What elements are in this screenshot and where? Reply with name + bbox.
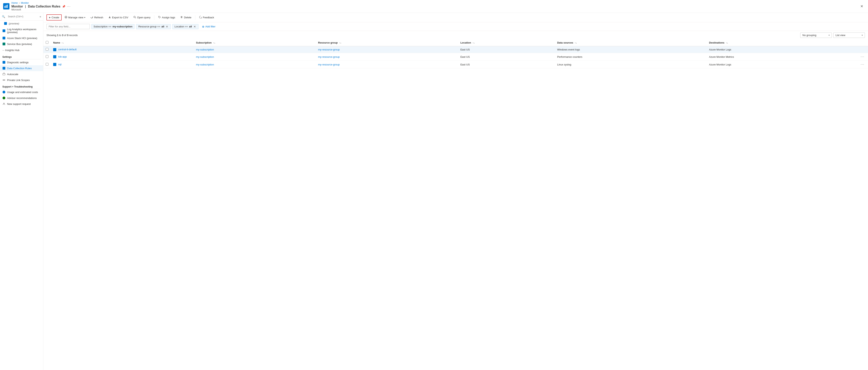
subscription-header-label: Subscription: [196, 41, 212, 44]
row-more-button[interactable]: ···: [860, 62, 866, 67]
table-row: sql my-subscription my-resource-group Ea…: [43, 61, 868, 68]
filter-input[interactable]: [46, 24, 90, 29]
row-checkbox-2[interactable]: [46, 63, 49, 66]
settings-section-title: Settings: [0, 53, 43, 59]
sidebar-item-log-analytics[interactable]: Log Analytics workspaces (preview): [0, 26, 43, 35]
row-more-button[interactable]: ···: [860, 55, 866, 59]
grouping-dropdown[interactable]: No grouping ▾: [800, 32, 832, 38]
resource-group-filter-close[interactable]: ✕: [165, 25, 168, 28]
row-name-link[interactable]: sql: [58, 63, 62, 66]
manage-view-chevron-icon: ▾: [84, 17, 85, 19]
row-destinations-cell: Azure Monitor Metrics: [707, 53, 857, 61]
content-area: + Create Manage view ▾ Refresh: [43, 13, 868, 370]
row-name-link[interactable]: lob-app: [58, 55, 67, 58]
sidebar: 🔍 « (preview) Log Analytics workspaces (…: [0, 13, 43, 370]
row-location-value: East US: [460, 63, 470, 66]
data-collection-icon: [2, 67, 5, 70]
sidebar-item-diagnostic-settings[interactable]: Diagnostic settings: [0, 59, 43, 65]
app-container: Home › Monitor Monitor | Data Collection…: [0, 0, 868, 370]
row-subscription-link[interactable]: my-subscription: [196, 63, 214, 66]
sidebar-item-service-bus[interactable]: Service Bus (preview): [0, 41, 43, 47]
subscription-sort-icon: ↑↓: [213, 41, 215, 44]
row-actions-cell: [857, 46, 868, 53]
resource-group-filter-label: Resource group ==: [138, 25, 160, 28]
row-destinations-value: Azure Monitor Logs: [709, 48, 731, 51]
usage-costs-icon: [2, 90, 5, 94]
location-header[interactable]: Location ↑↓: [458, 39, 555, 46]
row-resource-group-link[interactable]: my-resource-group: [318, 63, 340, 66]
sidebar-item-usage-costs[interactable]: Usage and estimated costs: [0, 89, 43, 95]
data-sources-header[interactable]: Data sources ↑↓: [555, 39, 707, 46]
row-location-cell: East US: [458, 61, 555, 68]
breadcrumb-home[interactable]: Home: [11, 2, 18, 4]
create-button[interactable]: + Create: [46, 15, 62, 21]
row-resource-group-link[interactable]: my-resource-group: [318, 48, 340, 51]
breadcrumb-monitor[interactable]: Monitor: [21, 2, 29, 4]
more-options-icon[interactable]: ···: [67, 5, 71, 8]
select-all-header: [43, 39, 51, 46]
view-dropdown[interactable]: List view ▾: [833, 32, 865, 38]
add-filter-button[interactable]: ⊕ Add filter: [200, 24, 217, 29]
row-subscription-link[interactable]: my-subscription: [196, 48, 214, 51]
resource-group-header[interactable]: Resource group ↑↓: [316, 39, 458, 46]
records-bar: Showing 1 to 3 of 3 records No grouping …: [43, 31, 868, 39]
sidebar-item-data-collection-label: Data Collection Rules: [7, 67, 32, 70]
location-header-label: Location: [460, 41, 471, 44]
collapse-sidebar-button[interactable]: «: [39, 15, 41, 18]
sidebar-item-new-support[interactable]: New support request: [0, 101, 43, 107]
resource-group-filter-value: all: [161, 25, 164, 28]
pin-icon[interactable]: 📌: [62, 5, 65, 8]
data-sources-sort-icon: ↑↓: [575, 41, 577, 44]
export-csv-button[interactable]: Export to CSV: [106, 15, 130, 20]
name-header[interactable]: Name ↑↓: [51, 39, 193, 46]
sidebar-item-private-link[interactable]: Private Link Scopes: [0, 77, 43, 83]
close-button[interactable]: ✕: [859, 3, 865, 9]
location-filter-close[interactable]: ✕: [193, 25, 196, 28]
main-layout: 🔍 « (preview) Log Analytics workspaces (…: [0, 13, 868, 370]
assign-tags-button[interactable]: Assign tags: [156, 15, 177, 20]
resource-group-header-label: Resource group: [318, 41, 338, 44]
top-bar-left: Home › Monitor Monitor | Data Collection…: [3, 2, 859, 11]
destinations-header[interactable]: Destinations ↑↓: [707, 39, 857, 46]
location-sort-icon: ↑↓: [473, 41, 475, 44]
sidebar-item-autoscale[interactable]: Autoscale: [0, 71, 43, 77]
row-actions-cell: ···: [857, 53, 868, 61]
refresh-button[interactable]: Refresh: [88, 15, 105, 20]
add-filter-icon: ⊕: [202, 25, 205, 28]
manage-view-button[interactable]: Manage view ▾: [62, 15, 88, 20]
name-sort-icon: ↑↓: [62, 41, 64, 44]
sidebar-item-advisor[interactable]: Advisor recommendations: [0, 95, 43, 101]
resource-group-filter-tag: Resource group == all ✕: [136, 24, 171, 29]
top-bar: Home › Monitor Monitor | Data Collection…: [0, 0, 868, 13]
row-destinations-cell: Azure Monitor Logs: [707, 61, 857, 68]
sidebar-item-insights-hub[interactable]: ··· Insights Hub: [0, 47, 43, 53]
row-resource-group-cell: my-resource-group: [316, 61, 458, 68]
row-resource-group-link[interactable]: my-resource-group: [318, 55, 340, 58]
sidebar-item-private-link-label: Private Link Scopes: [7, 79, 30, 82]
subscription-filter-label: Subscription ==: [94, 25, 111, 28]
title-row: Monitor | Data Collection Rules 📌 ···: [11, 5, 71, 8]
search-input[interactable]: [6, 15, 38, 19]
sidebar-nav: (preview) Log Analytics workspaces (prev…: [0, 21, 43, 107]
row-name-link[interactable]: central-it-default: [58, 48, 76, 51]
open-query-button[interactable]: Open query: [131, 15, 153, 20]
private-link-icon: [2, 79, 5, 82]
delete-button[interactable]: Delete: [178, 15, 193, 20]
view-controls: No grouping ▾ List view ▾: [800, 32, 865, 38]
row-subscription-link[interactable]: my-subscription: [196, 55, 214, 58]
actions-header: [857, 39, 868, 46]
feedback-button[interactable]: Feedback: [197, 15, 216, 20]
app-title: Monitor | Data Collection Rules: [11, 5, 60, 8]
svg-rect-0: [4, 6, 5, 8]
assign-tags-icon: [158, 16, 161, 19]
sidebar-item-azure-stack[interactable]: Azure Stack HCI (preview): [0, 35, 43, 41]
row-checkbox-1[interactable]: [46, 55, 49, 58]
row-select-cell: [43, 61, 51, 68]
subscription-header[interactable]: Subscription ↑↓: [193, 39, 316, 46]
sidebar-item-preview[interactable]: (preview): [0, 21, 43, 26]
row-checkbox-0[interactable]: [46, 48, 49, 51]
log-analytics-icon: [2, 29, 5, 32]
sidebar-item-data-collection-rules[interactable]: Data Collection Rules: [0, 65, 43, 71]
select-all-checkbox[interactable]: [46, 41, 49, 44]
row-name-cell: lob-app: [51, 53, 193, 61]
